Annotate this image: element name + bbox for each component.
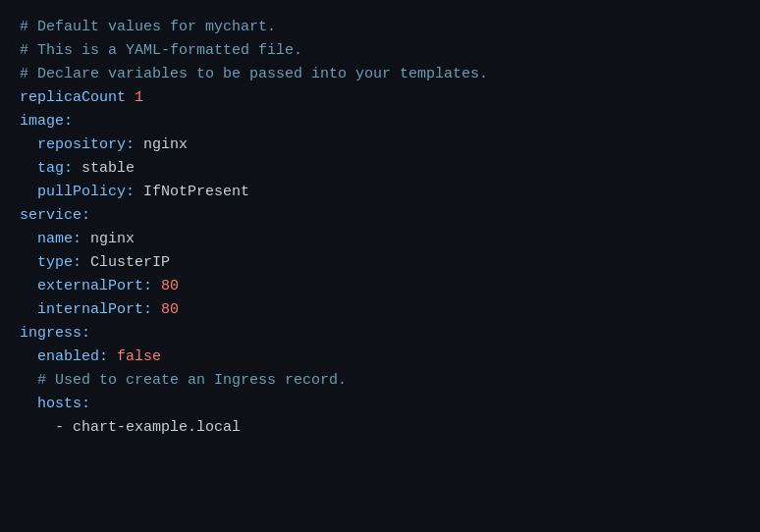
line-5: image: [20, 110, 740, 133]
line-9: service: [20, 204, 740, 228]
key-hosts: hosts: [37, 396, 90, 412]
line-12: externalPort: 80 [20, 275, 740, 298]
line-7: tag: stable [20, 157, 740, 181]
key-type: type: [37, 254, 81, 271]
line-4: replicaCount 1 [20, 86, 740, 110]
line-6: repository: nginx [20, 133, 740, 157]
key-repository: repository: [37, 136, 135, 153]
line-13: internalPort: 80 [20, 298, 740, 322]
value-internalport: 80 [161, 301, 179, 318]
value-hosts-0: chart-example.local [73, 419, 241, 436]
line-10: name: nginx [20, 228, 740, 251]
line-11: type: ClusterIP [20, 251, 740, 275]
key-pullpolicy: pullPolicy: [37, 184, 135, 200]
value-type: ClusterIP [90, 254, 170, 271]
key-internalport: internalPort: [37, 301, 152, 318]
key-replicaCount: replicaCount [20, 89, 126, 106]
key-tag: tag: [37, 160, 73, 177]
value-tag: stable [81, 160, 135, 177]
key-externalport: externalPort: [37, 278, 152, 294]
value-replicaCount: 1 [135, 89, 143, 106]
list-dash: - [55, 419, 64, 436]
line-18: - chart-example.local [20, 416, 740, 440]
key-name: name: [37, 231, 81, 247]
key-ingress: ingress: [20, 325, 90, 342]
line-8: pullPolicy: IfNotPresent [20, 181, 740, 204]
value-name: nginx [90, 231, 135, 247]
key-enabled: enabled: [37, 348, 108, 365]
line-17: hosts: [20, 393, 740, 416]
line-15: enabled: false [20, 346, 740, 369]
line-3: # Declare variables to be passed into yo… [20, 63, 740, 86]
line-2: # This is a YAML-formatted file. [20, 39, 740, 63]
value-externalport: 80 [161, 278, 179, 294]
key-image: image: [20, 113, 73, 130]
value-pullpolicy: IfNotPresent [143, 184, 249, 200]
key-service: service: [20, 207, 90, 224]
line-1: # Default values for mychart. [20, 16, 740, 39]
value-repository: nginx [143, 136, 188, 153]
line-16: # Used to create an Ingress record. [20, 369, 740, 393]
code-editor: # Default values for mychart. # This is … [20, 16, 740, 440]
line-14: ingress: [20, 322, 740, 346]
value-enabled: false [117, 348, 161, 365]
